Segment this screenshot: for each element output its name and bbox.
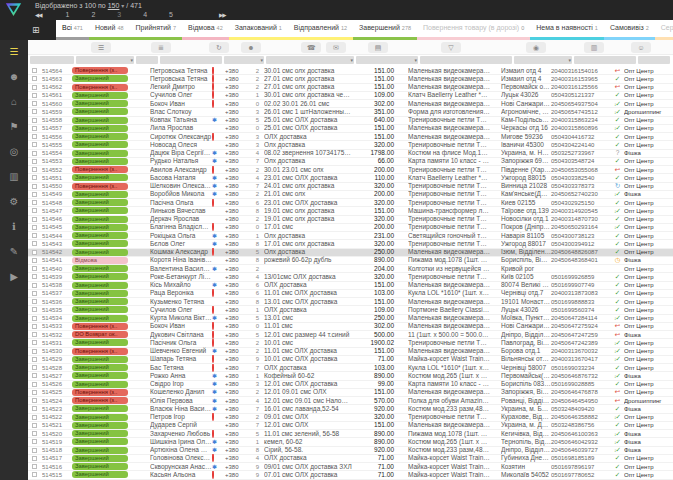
tab-запакований[interactable]: Запакований1 bbox=[229, 20, 288, 40]
clients-icon[interactable]: ☻ bbox=[241, 42, 261, 53]
client-phone[interactable]: +380 bbox=[225, 67, 251, 75]
tab-самовивіз[interactable]: Самовивіз2 bbox=[604, 20, 655, 40]
client-phone[interactable]: +380 bbox=[225, 322, 251, 330]
row-checkbox[interactable] bbox=[32, 398, 37, 403]
client-phone[interactable]: +380 bbox=[225, 347, 251, 355]
client-phone[interactable]: +380 bbox=[225, 430, 251, 438]
client-phone[interactable]: +380 bbox=[225, 190, 251, 198]
page-size-value[interactable]: 150 bbox=[108, 2, 120, 9]
column-filter-input[interactable]: ▾ bbox=[356, 56, 418, 64]
row-checkbox[interactable] bbox=[32, 406, 37, 411]
row-checkbox[interactable] bbox=[32, 93, 37, 98]
client-phone[interactable]: +380 bbox=[225, 289, 251, 297]
row-checkbox[interactable] bbox=[32, 258, 37, 263]
payment-icon[interactable]: ▤ bbox=[368, 42, 388, 53]
client-phone[interactable]: +380 bbox=[225, 124, 251, 132]
row-checkbox[interactable] bbox=[32, 340, 37, 345]
client-phone[interactable]: +380 bbox=[225, 232, 251, 240]
client-phone[interactable]: +380 bbox=[225, 380, 251, 388]
column-filter-input[interactable] bbox=[574, 56, 636, 64]
client-phone[interactable]: +380 bbox=[225, 314, 251, 322]
sidebar-item-statistics[interactable]: ▥ bbox=[6, 171, 22, 183]
client-phone[interactable]: +380 bbox=[225, 149, 251, 157]
comment-icon[interactable]: ✉ bbox=[326, 42, 346, 53]
client-phone[interactable]: +380 bbox=[225, 207, 251, 215]
client-phone[interactable]: +380 bbox=[225, 413, 251, 421]
client-phone[interactable]: +380 bbox=[225, 364, 251, 372]
row-checkbox[interactable] bbox=[32, 357, 37, 362]
tab-відмова[interactable]: Відмова42 bbox=[182, 20, 229, 40]
first-page-icon[interactable]: ◀◀ bbox=[35, 12, 41, 18]
row-checkbox[interactable] bbox=[32, 225, 37, 230]
client-phone[interactable]: +380 bbox=[225, 421, 251, 429]
row-checkbox[interactable] bbox=[32, 324, 37, 329]
row-checkbox[interactable] bbox=[32, 415, 37, 420]
client-phone[interactable]: +380 bbox=[225, 157, 251, 165]
table-row[interactable]: 514541 Відмова Коротя Ніна Іванівна +380… bbox=[28, 257, 673, 265]
client-phone[interactable]: +380 bbox=[225, 240, 251, 248]
tab-повернення-товару-в-дорозі-[interactable]: Повернення товару (в дорозі)0 bbox=[417, 20, 530, 40]
client-phone[interactable]: +380 bbox=[225, 339, 251, 347]
tab-нема-в-наявності[interactable]: Нема в наявності1 bbox=[530, 20, 604, 40]
tab-завершений[interactable]: Завершений278 bbox=[353, 20, 417, 40]
manager-icon[interactable]: ☺ bbox=[631, 42, 651, 53]
client-phone[interactable]: +380 bbox=[225, 215, 251, 223]
row-checkbox[interactable] bbox=[32, 283, 37, 288]
row-checkbox[interactable] bbox=[32, 332, 37, 337]
client-phone[interactable]: +380 bbox=[225, 463, 251, 471]
row-checkbox[interactable] bbox=[32, 365, 37, 370]
row-checkbox[interactable] bbox=[32, 439, 37, 444]
address-icon[interactable]: ◉ bbox=[526, 42, 546, 53]
client-phone[interactable]: +380 bbox=[225, 265, 251, 273]
client-phone[interactable]: +380 bbox=[225, 256, 251, 264]
row-checkbox[interactable] bbox=[32, 109, 37, 114]
sidebar-item-info[interactable]: ℹ bbox=[6, 221, 22, 233]
client-phone[interactable]: +380 bbox=[225, 397, 251, 405]
sidebar-item-sales[interactable]: ⚑ bbox=[6, 121, 22, 133]
client-phone[interactable]: +380 bbox=[225, 199, 251, 207]
client-phone[interactable]: +380 bbox=[225, 166, 251, 174]
row-checkbox[interactable] bbox=[32, 316, 37, 321]
tab-відправлений[interactable]: Відправлений12 bbox=[288, 20, 353, 40]
column-filter-input[interactable]: ▾ bbox=[76, 56, 134, 64]
row-checkbox[interactable] bbox=[32, 233, 37, 238]
row-checkbox[interactable] bbox=[32, 307, 37, 312]
sidebar-item-settings[interactable]: ⚙ bbox=[6, 196, 22, 208]
sidebar-item-orders[interactable]: ☰ bbox=[6, 46, 22, 58]
row-checkbox[interactable] bbox=[32, 217, 37, 222]
row-checkbox[interactable] bbox=[32, 208, 37, 213]
row-checkbox[interactable] bbox=[32, 274, 37, 279]
row-checkbox[interactable] bbox=[32, 192, 37, 197]
row-checkbox[interactable] bbox=[32, 291, 37, 296]
columns-settings-icon[interactable]: ⊞ bbox=[32, 25, 40, 35]
row-checkbox[interactable] bbox=[32, 250, 37, 255]
row-checkbox[interactable] bbox=[32, 382, 37, 387]
tab-всі[interactable]: Всі471 bbox=[56, 20, 89, 40]
row-checkbox[interactable] bbox=[32, 373, 37, 378]
page-number[interactable]: 1 bbox=[65, 11, 69, 18]
client-phone[interactable]: +380 bbox=[225, 133, 251, 141]
sidebar-item-marketing[interactable]: ◎ bbox=[6, 146, 22, 158]
page-number[interactable]: 2 bbox=[91, 11, 95, 18]
tab-сервіси[interactable]: Сервіси0 bbox=[655, 20, 673, 40]
row-checkbox[interactable] bbox=[32, 349, 37, 354]
tags-icon[interactable]: ≣ bbox=[151, 42, 171, 53]
client-phone[interactable]: +380 bbox=[225, 355, 251, 363]
row-checkbox[interactable] bbox=[32, 167, 37, 172]
tab-прийнятий[interactable]: Прийнятий7 bbox=[130, 20, 183, 40]
client-phone[interactable]: +380 bbox=[225, 116, 251, 124]
client-phone[interactable]: +380 bbox=[225, 141, 251, 149]
shown-range[interactable]: Відображено з 100 по 150 ▾ / 471 bbox=[35, 2, 142, 9]
row-checkbox[interactable] bbox=[32, 448, 37, 453]
client-phone[interactable]: +380 bbox=[225, 306, 251, 314]
sidebar-item-clients[interactable]: ☻ bbox=[6, 71, 22, 83]
column-filter-input[interactable]: ▾ bbox=[266, 56, 354, 64]
sidebar-item-warehouse[interactable]: ⌂ bbox=[6, 96, 22, 108]
row-checkbox[interactable] bbox=[32, 431, 37, 436]
row-checkbox[interactable] bbox=[32, 200, 37, 205]
client-phone[interactable]: +380 bbox=[225, 174, 251, 182]
client-phone[interactable]: +380 bbox=[225, 405, 251, 413]
row-checkbox[interactable] bbox=[32, 423, 37, 428]
row-checkbox[interactable] bbox=[32, 126, 37, 131]
client-phone[interactable]: +380 bbox=[225, 471, 251, 479]
